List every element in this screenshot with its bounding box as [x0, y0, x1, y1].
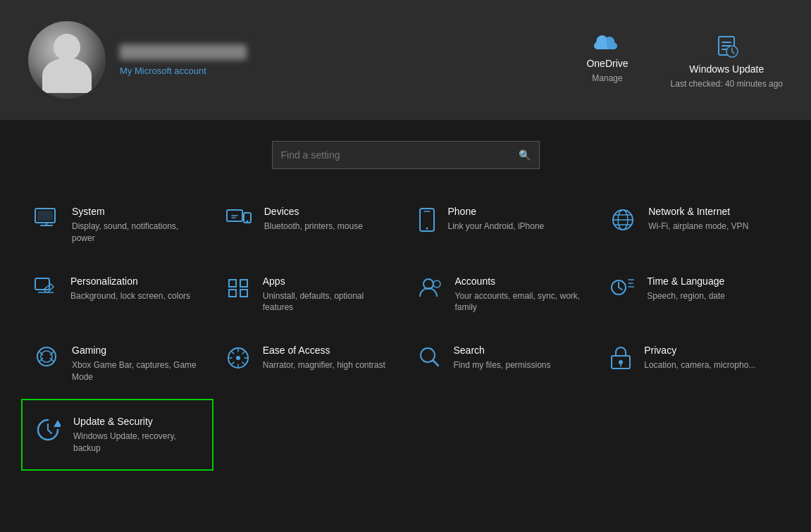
accounts-icon — [419, 277, 442, 298]
svg-point-8 — [426, 228, 428, 230]
user-name-blurred — [120, 44, 247, 60]
microsoft-account-link[interactable]: My Microsoft account — [120, 66, 247, 76]
setting-item-search[interactable]: Search Find my files, permissions — [406, 329, 598, 399]
svg-point-13 — [433, 280, 440, 287]
setting-item-devices[interactable]: Devices Bluetooth, printers, mouse — [213, 190, 406, 260]
setting-item-gaming[interactable]: Gaming Xbox Game Bar, captures, Game Mod… — [21, 329, 213, 399]
system-icon — [34, 207, 59, 227]
setting-title-search: Search — [454, 345, 551, 356]
setting-desc-apps: Uninstall, defaults, optional features — [263, 290, 393, 314]
setting-text-personalization: Personalization Background, lock screen,… — [70, 276, 190, 302]
svg-rect-11 — [35, 278, 49, 290]
setting-title-time: Time & Language — [647, 276, 725, 287]
svg-point-16 — [41, 351, 52, 362]
setting-desc-network: Wi-Fi, airplane mode, VPN — [648, 221, 748, 233]
windows-update-icon — [713, 32, 740, 59]
settings-grid: System Display, sound, notifications, po… — [0, 183, 811, 478]
setting-desc-gaming: Xbox Game Bar, captures, Game Mode — [72, 359, 201, 383]
svg-point-6 — [246, 221, 248, 223]
setting-desc-personalization: Background, lock screen, colors — [70, 290, 190, 302]
svg-point-12 — [423, 279, 433, 289]
windows-update-title: Windows Update — [689, 63, 764, 75]
user-section: My Microsoft account — [28, 21, 247, 99]
setting-text-update: Update & Security Windows Update, recove… — [73, 416, 199, 454]
avatar — [28, 21, 106, 99]
search-section: 🔍 — [0, 120, 811, 183]
update-icon — [35, 417, 61, 443]
setting-item-personalization[interactable]: Personalization Background, lock screen,… — [21, 260, 213, 330]
setting-item-time[interactable]: Time & Language Speech, region, date — [598, 260, 790, 330]
devices-icon — [226, 207, 252, 227]
onedrive-title: OneDrive — [586, 58, 628, 69]
search-icon — [419, 346, 441, 369]
setting-title-apps: Apps — [263, 276, 393, 287]
setting-desc-system: Display, sound, notifications, power — [72, 221, 201, 245]
setting-title-phone: Phone — [448, 206, 545, 217]
svg-point-18 — [236, 356, 240, 360]
setting-text-search: Search Find my files, permissions — [454, 345, 551, 371]
network-icon — [610, 207, 636, 233]
onedrive-subtitle: Manage — [592, 73, 622, 83]
setting-desc-ease: Narrator, magnifier, high contrast — [263, 359, 385, 371]
apps-icon — [226, 277, 250, 298]
setting-text-ease: Ease of Access Narrator, magnifier, high… — [263, 345, 385, 371]
setting-title-personalization: Personalization — [70, 276, 190, 287]
setting-text-privacy: Privacy Location, camera, micropho... — [644, 345, 755, 371]
setting-desc-devices: Bluetooth, printers, mouse — [264, 221, 363, 233]
setting-item-apps[interactable]: Apps Uninstall, defaults, optional featu… — [213, 260, 406, 330]
search-box[interactable]: 🔍 — [272, 141, 540, 169]
setting-item-ease[interactable]: Ease of Access Narrator, magnifier, high… — [213, 329, 406, 399]
setting-desc-phone: Link your Android, iPhone — [448, 221, 545, 233]
setting-title-privacy: Privacy — [644, 345, 755, 356]
setting-item-update[interactable]: Update & Security Windows Update, recove… — [21, 399, 213, 471]
setting-title-accounts: Accounts — [455, 276, 586, 287]
setting-title-gaming: Gaming — [72, 345, 201, 356]
setting-desc-search: Find my files, permissions — [454, 359, 551, 371]
time-icon — [610, 277, 634, 298]
setting-item-phone[interactable]: Phone Link your Android, iPhone — [406, 190, 598, 260]
setting-text-devices: Devices Bluetooth, printers, mouse — [264, 206, 363, 233]
windows-update-subtitle: Last checked: 40 minutes ago — [671, 79, 783, 89]
svg-rect-3 — [37, 211, 53, 221]
setting-text-network: Network & Internet Wi-Fi, airplane mode,… — [648, 206, 748, 233]
privacy-icon — [610, 346, 631, 370]
header: My Microsoft account OneDrive Manage — [0, 0, 811, 120]
setting-text-apps: Apps Uninstall, defaults, optional featu… — [263, 276, 393, 314]
setting-item-system[interactable]: System Display, sound, notifications, po… — [21, 190, 213, 260]
setting-text-gaming: Gaming Xbox Game Bar, captures, Game Mod… — [72, 345, 201, 383]
phone-icon — [419, 207, 435, 233]
setting-text-accounts: Accounts Your accounts, email, sync, wor… — [455, 276, 586, 314]
setting-title-update: Update & Security — [73, 416, 199, 427]
svg-point-21 — [619, 360, 623, 364]
setting-desc-update: Windows Update, recovery, backup — [73, 431, 199, 454]
setting-desc-accounts: Your accounts, email, sync, work, family — [455, 290, 586, 314]
setting-text-phone: Phone Link your Android, iPhone — [448, 206, 545, 233]
setting-item-network[interactable]: Network & Internet Wi-Fi, airplane mode,… — [598, 190, 790, 260]
setting-title-network: Network & Internet — [648, 206, 748, 217]
setting-text-time: Time & Language Speech, region, date — [647, 276, 725, 302]
user-info: My Microsoft account — [120, 44, 247, 76]
setting-title-system: System — [72, 206, 201, 217]
setting-desc-privacy: Location, camera, micropho... — [644, 359, 755, 371]
search-input[interactable] — [281, 149, 519, 161]
setting-text-system: System Display, sound, notifications, po… — [72, 206, 201, 245]
header-right: OneDrive Manage Windows Update Last chec… — [586, 31, 783, 89]
onedrive-widget[interactable]: OneDrive Manage — [586, 31, 628, 83]
search-icon[interactable]: 🔍 — [519, 149, 531, 161]
setting-item-accounts[interactable]: Accounts Your accounts, email, sync, wor… — [406, 260, 598, 330]
windows-update-widget[interactable]: Windows Update Last checked: 40 minutes … — [671, 31, 783, 89]
setting-title-devices: Devices — [264, 206, 363, 217]
setting-title-ease: Ease of Access — [263, 345, 385, 356]
setting-desc-time: Speech, region, date — [647, 290, 725, 302]
gaming-icon — [34, 346, 59, 367]
onedrive-icon — [592, 32, 623, 54]
svg-point-15 — [37, 347, 56, 366]
setting-item-privacy[interactable]: Privacy Location, camera, micropho... — [598, 329, 790, 399]
ease-icon — [226, 346, 250, 370]
personalization-icon — [34, 277, 58, 298]
